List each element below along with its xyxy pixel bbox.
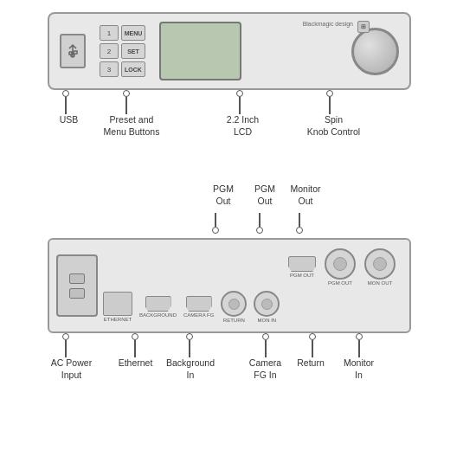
front-labels-area: USB Preset and Menu Buttons 2.2 Inch LCD…: [48, 90, 411, 151]
ethernet-bottom-dot: [132, 333, 138, 340]
mon-in-bnc-col: MON IN: [254, 291, 280, 323]
ethernet-bottom-label: Ethernet: [112, 357, 159, 370]
ethernet-port: [103, 292, 132, 316]
button-1[interactable]: 1: [100, 25, 119, 41]
button-2[interactable]: 2: [100, 43, 119, 59]
return-label: RETURN: [223, 318, 245, 323]
button-3[interactable]: 3: [100, 61, 119, 77]
pgm-out1-dot: [212, 227, 219, 234]
ethernet-label: ETHERNET: [104, 317, 132, 322]
camera-fg-line: [265, 340, 267, 357]
pgm-out-bnc: [325, 248, 356, 280]
return-bnc: [221, 291, 247, 317]
button-row-3: 3 LOCK: [100, 61, 145, 77]
background-line: [189, 340, 190, 357]
button-lock[interactable]: LOCK: [121, 61, 145, 77]
button-row-1: 1 MENU: [100, 25, 145, 41]
pgm-out-hdmi-port: PGM OUT: [288, 256, 316, 278]
pgm-out1-label: PGM Out: [203, 183, 243, 207]
monitor-in-dot: [356, 333, 363, 340]
camera-fg-dot: [262, 333, 269, 340]
lcd-connector-line: [239, 97, 241, 114]
button-row-2: 2 SET: [100, 43, 145, 59]
spin-knob[interactable]: [351, 28, 399, 75]
return-label: Return: [289, 357, 332, 370]
button-group: 1 MENU 2 SET 3 LOCK: [100, 25, 145, 77]
preset-label: Preset and Menu Buttons: [101, 114, 162, 138]
ac-inlet: [56, 254, 98, 317]
ac-prong-top: [69, 273, 85, 284]
preset-connector-line: [125, 97, 127, 114]
mon-out-dot: [296, 227, 303, 234]
mon-out-line: [299, 213, 300, 227]
usb-connector-dot: [62, 90, 69, 97]
brand-icon: ⊞: [357, 21, 370, 33]
rear-panel: PGM OUT PGM OUT MON OUT: [48, 238, 411, 333]
rear-bottom-labels-area: AC Power Input Ethernet Background In Ca…: [48, 333, 411, 415]
usb-connector-line: [65, 97, 67, 114]
usb-label: USB: [49, 114, 88, 126]
ac-power-label: AC Power Input: [48, 357, 95, 381]
monitor-in-label: Monitor In: [335, 357, 383, 381]
button-menu[interactable]: MENU: [121, 25, 145, 41]
preset-connector-dot: [123, 90, 130, 97]
ac-power-dot: [62, 333, 69, 340]
return-line: [312, 340, 313, 357]
mon-in-label: MON IN: [258, 318, 277, 323]
rear-top-labels-area: PGM Out PGM Out Monitor Out: [48, 182, 411, 234]
mon-out-label: Monitor Out: [283, 183, 328, 207]
front-panel: Blackmagic design ⊞ 1 MENU 2 SET 3 LOCK: [48, 12, 411, 90]
pgm-out-bnc-port: PGM OUT: [325, 248, 356, 286]
spin-connector-line: [329, 97, 331, 114]
monitor-in-line: [358, 340, 360, 357]
spin-connector-dot: [326, 90, 333, 97]
return-dot: [309, 333, 316, 340]
background-label: Background In: [164, 357, 216, 381]
mon-out-bnc-label: MON OUT: [368, 280, 392, 286]
pgm-out1-line: [215, 213, 216, 227]
ac-prong-bottom: [69, 288, 85, 299]
ethernet-port-col: ETHERNET: [103, 292, 132, 322]
mon-out-bnc-port: MON OUT: [364, 248, 396, 286]
spin-label: Spin Knob Control: [306, 114, 362, 138]
lcd-label: 2.2 Inch LCD: [219, 114, 267, 138]
lcd-screen: [159, 22, 241, 80]
brand-logo: Blackmagic design: [303, 21, 353, 27]
button-set[interactable]: SET: [121, 43, 145, 59]
lcd-connector-dot: [236, 90, 243, 97]
background-label: BACKGROUND: [139, 312, 177, 318]
diagram-container: Blackmagic design ⊞ 1 MENU 2 SET 3 LOCK: [0, 0, 476, 476]
mon-in-bnc: [254, 291, 280, 317]
pgm-out-hdmi-label: PGM OUT: [290, 273, 314, 278]
pgm-out2-label: PGM Out: [245, 183, 285, 207]
rear-ports-area: PGM OUT PGM OUT MON OUT: [103, 245, 402, 326]
return-bnc-col: RETURN: [221, 291, 247, 323]
ac-power-line: [65, 340, 67, 357]
brand-name: Blackmagic design: [303, 21, 353, 27]
pgm-out2-line: [259, 213, 261, 227]
background-hdmi-col: BACKGROUND: [139, 296, 177, 318]
camera-fg-label: Camera FG In: [241, 357, 289, 381]
background-dot: [186, 333, 193, 340]
camera-fg-col: CAMERA FG: [183, 296, 214, 318]
usb-port: [60, 34, 86, 68]
camera-fg-label: CAMERA FG: [183, 312, 214, 318]
pgm-out2-dot: [256, 227, 263, 234]
ethernet-bottom-line: [134, 340, 136, 357]
pgm-out-bnc-label: PGM OUT: [328, 280, 352, 286]
mon-out-bnc: [364, 248, 396, 280]
